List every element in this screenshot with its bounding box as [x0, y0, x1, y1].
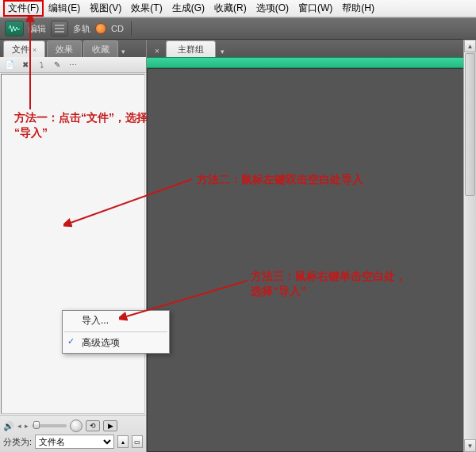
close-file-button[interactable]: ✖ [19, 59, 32, 71]
main-panel: × 主群组 ▾ [147, 40, 476, 452]
toolbar-separator [131, 21, 132, 36]
menu-options[interactable]: 选项(O) [251, 0, 294, 17]
speaker-icon[interactable]: 🔊 [3, 421, 14, 431]
left-panel: 文件× 效果 收藏 ▾ 📄 ✖ ⤵ ✎ ⋯ 🔊 ◂ ▸ ⟲ ▶ 分类为: [0, 40, 147, 452]
tab-files[interactable]: 文件× [3, 40, 45, 57]
close-icon[interactable]: × [33, 46, 36, 54]
multitrack-mode-label[interactable]: 多轨 [71, 23, 92, 35]
menu-view[interactable]: 视图(V) [85, 0, 126, 17]
path-toggle-button[interactable]: ▭ [132, 435, 143, 448]
waveform-icon [8, 24, 21, 33]
sort-select[interactable]: 文件名 [35, 435, 114, 449]
file-list-area[interactable] [1, 74, 145, 414]
vertical-scrollbar[interactable]: ▲ ▼ [463, 40, 476, 452]
edit-mode-label[interactable]: 编辑 [27, 23, 48, 35]
menu-file[interactable]: 文件(F) [3, 0, 44, 17]
menu-effects[interactable]: 效果(T) [126, 0, 167, 17]
file-panel-footer: 🔊 ◂ ▸ ⟲ ▶ 分类为: 文件名 ▴ ▭ [0, 415, 146, 452]
tab-main-group[interactable]: 主群组 [166, 40, 216, 57]
panel-menu-icon[interactable]: ▾ [120, 48, 127, 57]
menu-favorites[interactable]: 收藏(R) [209, 0, 251, 17]
svg-rect-1 [55, 28, 64, 29]
svg-rect-2 [55, 31, 64, 33]
timeline-ruler[interactable] [147, 57, 476, 68]
context-menu-import[interactable]: 导入... [63, 311, 169, 331]
chevron-left-icon[interactable]: ◂ [17, 422, 21, 430]
tab-favorites-label: 收藏 [92, 44, 109, 54]
autoplay-button[interactable]: ▶ [103, 420, 117, 431]
scroll-down-button[interactable]: ▼ [464, 439, 476, 452]
menu-window[interactable]: 窗口(W) [294, 0, 337, 17]
left-panel-tabs: 文件× 效果 收藏 ▾ [0, 40, 146, 57]
close-tab-icon[interactable]: × [152, 47, 163, 57]
loop-button[interactable]: ⟲ [86, 420, 100, 431]
check-icon: ✓ [67, 336, 75, 347]
import-file-button[interactable]: 📄 [3, 59, 16, 71]
multitrack-view-button[interactable] [51, 21, 68, 36]
tab-files-label: 文件 [12, 44, 29, 54]
chevron-right-icon[interactable]: ▸ [25, 422, 29, 430]
menu-help[interactable]: 帮助(H) [337, 0, 379, 17]
cd-mode-label[interactable]: CD [109, 24, 125, 33]
volume-dial[interactable] [70, 419, 83, 432]
tab-favorites[interactable]: 收藏 [83, 40, 118, 57]
cd-icon [95, 23, 106, 34]
tab-menu-icon[interactable]: ▾ [219, 48, 226, 57]
workspace: 文件× 效果 收藏 ▾ 📄 ✖ ⤵ ✎ ⋯ 🔊 ◂ ▸ ⟲ ▶ 分类为: [0, 40, 476, 452]
edit-button[interactable]: ✎ [51, 59, 63, 71]
main-panel-tabs: × 主群组 ▾ [147, 40, 476, 57]
editor-canvas[interactable] [147, 68, 476, 452]
context-menu: 导入... ✓ 高级选项 [62, 310, 170, 354]
sort-asc-button[interactable]: ▴ [117, 435, 129, 448]
context-menu-advanced-label: 高级选项 [82, 337, 120, 348]
insert-button[interactable]: ⤵ [35, 59, 48, 71]
files-toolbar: 📄 ✖ ⤵ ✎ ⋯ [0, 57, 146, 73]
menu-bar: 文件(F) 编辑(E) 视图(V) 效果(T) 生成(G) 收藏(R) 选项(O… [0, 0, 476, 17]
tab-effects-label: 效果 [56, 44, 73, 54]
main-toolbar: 编辑 多轨 CD [0, 17, 476, 40]
context-menu-advanced[interactable]: ✓ 高级选项 [63, 333, 169, 353]
tab-effects[interactable]: 效果 [47, 40, 82, 57]
multitrack-icon [54, 24, 65, 33]
waveform-view-button[interactable] [5, 21, 24, 36]
scroll-up-button[interactable]: ▲ [464, 40, 476, 52]
sort-label: 分类为: [3, 436, 32, 448]
context-menu-separator [64, 331, 167, 332]
svg-rect-0 [55, 25, 64, 26]
scroll-thumb[interactable] [465, 53, 475, 196]
options-button[interactable]: ⋯ [67, 59, 79, 71]
menu-edit[interactable]: 编辑(E) [44, 0, 85, 17]
menu-generate[interactable]: 生成(G) [167, 0, 209, 17]
preview-slider[interactable] [32, 424, 67, 427]
